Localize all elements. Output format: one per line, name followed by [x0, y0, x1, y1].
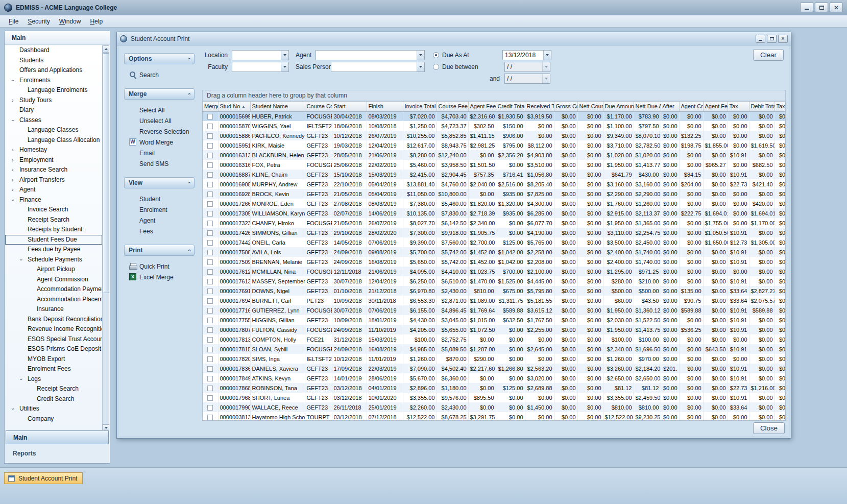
col-header-agent-fee[interactable]: Agent Fee	[468, 102, 496, 111]
panel-item-fees[interactable]: Fees	[124, 226, 195, 236]
grid-row[interactable]: 0000017807FULTON, CassidyFOCUSGEF24/09/2…	[203, 325, 786, 334]
merge-checkbox[interactable]	[207, 182, 213, 187]
merge-checkbox[interactable]	[207, 298, 213, 304]
faculty-select[interactable]	[232, 62, 289, 72]
merge-checkbox[interactable]	[207, 269, 213, 275]
sidebar-item-receipts-by-student[interactable]: Receipts by Student	[5, 225, 102, 235]
grid-row[interactable]: 0000016928BROCK, KevinGEFT2321/05/201805…	[203, 189, 786, 199]
grid-row[interactable]: 0000016908MURPHY, AndrewGEFT2322/10/2018…	[203, 179, 786, 189]
grid-row[interactable]: 0000017305WILLIAMSON, KarynGEFT2302/07/2…	[203, 208, 786, 218]
child-close-button[interactable]: ×	[778, 35, 788, 43]
chevron-down-icon[interactable]: ›	[16, 378, 26, 380]
sidebar-item-enrolments[interactable]: ›Enrolments	[5, 76, 102, 86]
grid-row[interactable]: 0000017815SLOAN, SybillFOCUSGEF24/09/201…	[203, 344, 786, 354]
scroll-up-icon[interactable]	[103, 45, 109, 53]
sidebar-item-study-tours[interactable]: ›Study Tours	[5, 95, 102, 106]
sidebar-item-students[interactable]: Students	[5, 56, 102, 66]
merge-checkbox[interactable]	[207, 347, 213, 352]
merge-checkbox[interactable]	[207, 221, 213, 226]
location-select[interactable]	[232, 50, 289, 60]
col-header-debit-tota[interactable]: Debit Tota	[749, 102, 775, 111]
sidebar-item-student-fees-due[interactable]: Student Fees Due	[5, 235, 102, 245]
sidebar-item-myob-export[interactable]: MYOB Export	[5, 354, 102, 365]
menu-file[interactable]: File	[4, 16, 23, 27]
merge-checkbox[interactable]	[207, 386, 213, 391]
agent-dropdown-icon[interactable]	[417, 51, 424, 60]
grid-row[interactable]: 0000017612MCMILLAN, NinaFOCUSGEF12/11/20…	[203, 267, 786, 276]
merge-checkbox[interactable]	[207, 201, 213, 207]
panel-item-reverse-selection[interactable]: Reverse Selection	[124, 126, 195, 137]
grid-row[interactable]: 0000017323CHANEY, HirokoFOCUSGEF21/05/20…	[203, 218, 786, 228]
grid-row[interactable]: 0000017836DANIELS, XavieraGEFT2317/09/20…	[203, 364, 786, 373]
grid-row[interactable]: 0000017968SHORT, LuneaGEFT2303/12/201810…	[203, 393, 786, 402]
col-header-finish[interactable]: Finish	[367, 102, 403, 111]
merge-checkbox[interactable]	[207, 279, 213, 284]
col-header-merge[interactable]: Merge	[203, 102, 218, 111]
close-window-button[interactable]: ×	[830, 3, 843, 12]
due-between-from-dropdown-icon[interactable]	[542, 62, 550, 71]
merge-checkbox[interactable]	[207, 366, 213, 372]
grid-row[interactable]: 0000015951KIRK, MaisieGEFT2319/03/201812…	[203, 140, 786, 150]
merge-checkbox[interactable]	[207, 356, 213, 362]
due-as-at-dropdown-icon[interactable]	[543, 51, 551, 60]
child-minimize-button[interactable]	[756, 35, 765, 43]
due-between-from-date[interactable]: / /	[504, 62, 550, 72]
merge-checkbox[interactable]	[207, 114, 213, 119]
merge-checkbox[interactable]	[207, 250, 213, 255]
panel-header-options[interactable]: Options›	[124, 53, 195, 64]
grid-row[interactable]: 0000017755HIGGINS, GillianGEFT2310/09/20…	[203, 315, 786, 325]
group-by-bar[interactable]: Drag a column header here to group by th…	[202, 90, 786, 101]
merge-checkbox[interactable]	[207, 376, 213, 381]
faculty-dropdown-icon[interactable]	[281, 62, 288, 71]
panel-item-search[interactable]: Search	[124, 69, 195, 80]
minimize-button[interactable]	[800, 3, 813, 12]
sidebar-item-esos-special-trust-account[interactable]: ESOS Special Trust Account	[5, 334, 102, 345]
col-header-course-fees[interactable]: Course Fees	[437, 102, 468, 111]
col-header-due-amount[interactable]: Due Amount	[603, 102, 634, 111]
grid-row[interactable]: 0000017694BURNETT, CarlPET2310/09/201830…	[203, 296, 786, 305]
sidebar-item-invoice-search[interactable]: Invoice Search	[5, 205, 102, 215]
merge-checkbox[interactable]	[207, 240, 213, 246]
col-header-tax-inc[interactable]: Tax Inc	[775, 102, 786, 111]
grid-row[interactable]: 0000016887KLINE, ChaimGEFT2315/10/201815…	[203, 170, 786, 179]
sidebar-item-diary[interactable]: Diary	[5, 105, 102, 115]
merge-checkbox[interactable]	[207, 124, 213, 129]
panel-header-merge[interactable]: Merge›	[124, 88, 195, 100]
col-header-after[interactable]: After	[661, 102, 679, 111]
sidebar-item-company[interactable]: Company	[5, 414, 102, 424]
sidebar-item-language-class-allocation[interactable]: Language Class Allocation	[5, 135, 102, 146]
col-header-agent-cr[interactable]: Agent Cr	[679, 102, 703, 111]
panel-header-print[interactable]: Print›	[124, 245, 195, 256]
sidebar-item-agent[interactable]: ›Agent	[5, 185, 102, 195]
panel-item-student[interactable]: Student	[124, 194, 195, 204]
chevron-down-icon[interactable]: ›	[8, 119, 18, 121]
sidebar-item-agent-commission[interactable]: Agent Commission	[5, 275, 102, 285]
sidebar-item-enrolment-fees[interactable]: Enrolment Fees	[5, 364, 102, 374]
col-header-nett-due-a[interactable]: Nett Due A	[634, 102, 661, 111]
sidebar-item-offers-and-applications[interactable]: Offers and Applications	[5, 65, 102, 76]
due-between-radio[interactable]	[433, 64, 439, 70]
merge-checkbox[interactable]	[207, 143, 213, 149]
nav-group-main[interactable]: Main	[6, 430, 109, 444]
child-restore-button[interactable]	[767, 35, 777, 43]
grid-row[interactable]: 0000017820SIMS, IngaIELTSFT2010/12/20181…	[203, 354, 786, 364]
panel-item-excel-merge[interactable]: XExcel Merge	[124, 272, 195, 282]
col-header-nett-cours[interactable]: Nett Cours	[577, 102, 603, 111]
chevron-right-icon[interactable]: ›	[12, 185, 14, 195]
sidebar-item-receipt-search[interactable]: Receipt Search	[5, 215, 102, 225]
grid-row[interactable]: 0000017716GUTIERREZ, LynnFOCUSGEF30/07/2…	[203, 305, 786, 315]
grid-row[interactable]: 0000017849ATKINS, KevynGEFT2314/01/20192…	[203, 373, 786, 383]
merge-checkbox[interactable]	[207, 211, 213, 217]
clear-button[interactable]: Clear	[753, 49, 784, 61]
restore-button[interactable]	[815, 3, 828, 12]
grid-row[interactable]: 0000015870WIGGINS, YaelIELTSFT2018/06/20…	[203, 121, 786, 131]
grid-row[interactable]: 0000017426SIMMONS, GillianGEFT2329/10/20…	[203, 228, 786, 237]
panel-item-send-sms[interactable]: Send SMS	[124, 158, 195, 169]
sidebar-item-homestay[interactable]: ›Homestay	[5, 145, 102, 155]
chevron-down-icon[interactable]: ›	[16, 258, 26, 260]
grid-row[interactable]: 0000016316FOX, PetraFOCUSGEF25/06/201822…	[203, 160, 786, 170]
panel-header-view[interactable]: View›	[124, 177, 195, 188]
grid-row[interactable]: 0000017613MASSEY, SeptemberGEFT2330/07/2…	[203, 276, 786, 286]
grid-row[interactable]: 0000003813Hayatomo High SchoolTOURPT03/1…	[203, 412, 786, 421]
merge-checkbox[interactable]	[207, 415, 213, 420]
